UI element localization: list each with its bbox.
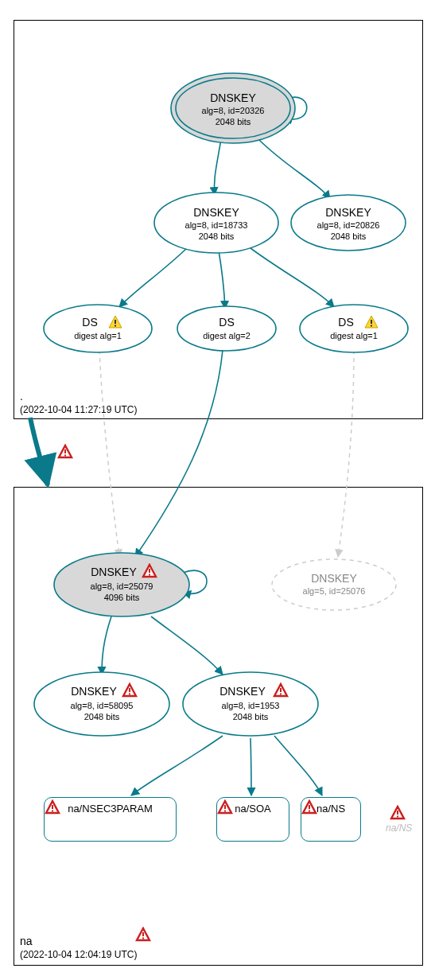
svg-text:2048 bits: 2048 bits	[216, 117, 251, 126]
svg-text:alg=5, id=25076: alg=5, id=25076	[303, 586, 366, 596]
svg-text:DNSKEY: DNSKEY	[325, 206, 371, 219]
svg-text:alg=8, id=25079: alg=8, id=25079	[91, 581, 153, 591]
svg-text:digest alg=1: digest alg=1	[330, 331, 378, 340]
svg-text:digest alg=2: digest alg=2	[203, 331, 251, 340]
delegation-error-icon	[59, 445, 72, 457]
node-dnskey-na-ghost: DNSKEY alg=5, id=25076	[272, 559, 396, 610]
svg-text:alg=8, id=20326: alg=8, id=20326	[202, 106, 265, 115]
svg-text:DS: DS	[219, 316, 234, 329]
svg-text:2048 bits: 2048 bits	[84, 712, 120, 721]
svg-text:DNSKEY: DNSKEY	[219, 685, 266, 698]
node-ds-alg2: DS digest alg=2	[177, 306, 276, 351]
svg-text:alg=8, id=18733: alg=8, id=18733	[185, 220, 248, 230]
svg-text:DNSKEY: DNSKEY	[311, 572, 357, 585]
svg-text:digest alg=1: digest alg=1	[74, 331, 122, 340]
svg-point-17	[44, 305, 152, 352]
rr-nsec3param: na/NSEC3PARAM	[44, 797, 177, 842]
rr-ns: na/NS	[301, 797, 361, 842]
node-dnskey-root-20826: DNSKEY alg=8, id=20826 2048 bits	[291, 195, 406, 251]
error-icon	[46, 801, 59, 813]
svg-point-23	[300, 305, 408, 352]
svg-text:alg=8, id=58095: alg=8, id=58095	[71, 701, 134, 710]
svg-text:4096 bits: 4096 bits	[104, 593, 140, 602]
svg-text:2048 bits: 2048 bits	[199, 231, 235, 241]
svg-text:2048 bits: 2048 bits	[233, 712, 269, 721]
svg-text:alg=8, id=1953: alg=8, id=1953	[222, 701, 280, 710]
node-dnskey-root-18733: DNSKEY alg=8, id=18733 2048 bits	[154, 192, 278, 253]
zone-na-error-icon	[137, 928, 150, 940]
node-dnskey-na-ksk: DNSKEY alg=8, id=25079 4096 bits	[54, 553, 189, 616]
svg-text:DNSKEY: DNSKEY	[71, 685, 117, 698]
svg-text:DNSKEY: DNSKEY	[91, 566, 137, 578]
svg-text:alg=8, id=20826: alg=8, id=20826	[317, 220, 380, 230]
svg-point-30	[272, 559, 396, 610]
error-icon	[391, 807, 404, 819]
node-dnskey-root-ksk: DNSKEY alg=8, id=20326 2048 bits	[171, 73, 295, 143]
svg-text:DNSKEY: DNSKEY	[210, 91, 256, 104]
node-dnskey-na-58095: DNSKEY alg=8, id=58095 2048 bits	[34, 672, 169, 736]
rr-soa: na/SOA	[216, 797, 289, 842]
svg-text:DS: DS	[338, 316, 353, 329]
node-dnskey-na-1953: DNSKEY alg=8, id=1953 2048 bits	[183, 672, 318, 736]
svg-text:DS: DS	[82, 316, 97, 329]
node-ds-alg1-right: DS digest alg=1	[300, 305, 408, 352]
svg-text:DNSKEY: DNSKEY	[193, 206, 239, 219]
rr-ns-ghost: na/NS	[386, 822, 412, 834]
node-ds-alg1-left: DS digest alg=1	[44, 305, 152, 352]
error-icon	[219, 801, 231, 813]
error-icon	[303, 801, 316, 813]
svg-point-20	[177, 306, 276, 351]
svg-text:2048 bits: 2048 bits	[331, 231, 367, 241]
